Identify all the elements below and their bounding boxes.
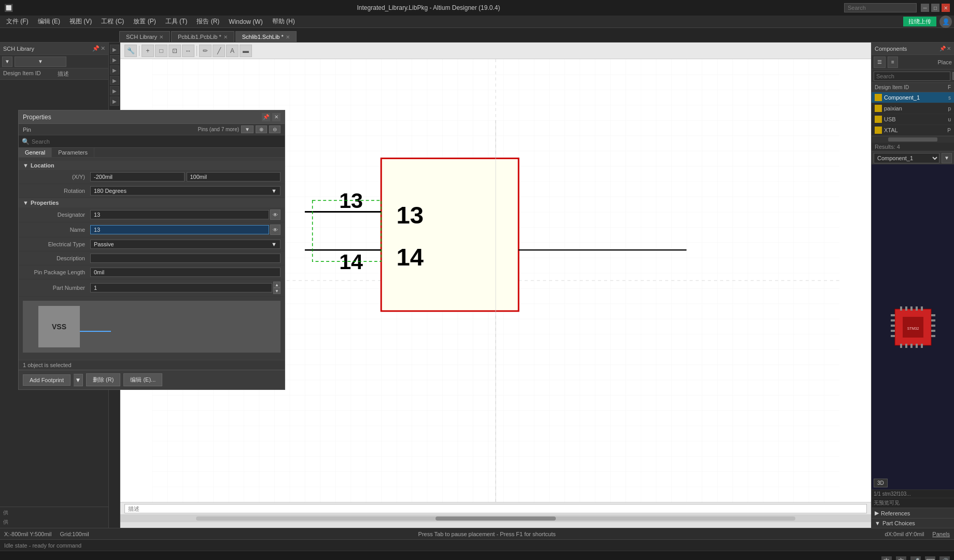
component-expand-btn[interactable]: ▼ [942, 153, 952, 163]
components-filter-btn[interactable]: ☰ [874, 57, 886, 68]
x-input[interactable] [90, 172, 185, 181]
component-item-0[interactable]: Component_1 s [872, 92, 954, 103]
tab-sch-library-close[interactable]: ✕ [159, 34, 163, 40]
filter-button[interactable]: ▼ [241, 125, 254, 133]
components-search-input[interactable] [874, 72, 950, 81]
minimize-button[interactable]: ─ [921, 4, 929, 12]
menu-edit[interactable]: 编辑 (E) [34, 16, 64, 27]
add-footprint-button[interactable]: Add Footprint [23, 374, 71, 386]
canvas-tool-region[interactable]: ⊡ [169, 45, 181, 57]
part-number-up-btn[interactable]: ▲ [273, 282, 280, 288]
components-close-btn[interactable]: ✕ [947, 46, 951, 51]
maximize-button[interactable]: □ [931, 4, 939, 12]
tray-icon-2[interactable]: 文 [896, 556, 906, 561]
filter-btn-2[interactable]: ⊕ [256, 125, 267, 133]
canvas-tool-rect[interactable]: □ [155, 45, 167, 57]
menu-window[interactable]: Window (W) [225, 17, 266, 26]
library-add-btn[interactable]: ▼ [2, 57, 12, 67]
y-input[interactable] [187, 172, 281, 181]
preview-text: 1/1 stm32f103... [872, 489, 954, 498]
canvas-tool-move[interactable]: ↔ [182, 45, 194, 57]
canvas-tool-component[interactable]: ▬ [240, 45, 252, 57]
tray-icon-5[interactable]: 🔊 [939, 556, 950, 561]
edge-btn-4[interactable]: ▶ [110, 76, 119, 85]
filter-btn-3[interactable]: ⊖ [269, 125, 280, 133]
designator-icon-btn[interactable]: 👁 [270, 209, 280, 220]
canvas-tool-filter[interactable]: 🔧 [124, 45, 137, 57]
canvas-tool-line[interactable]: ╱ [213, 45, 225, 57]
menu-file[interactable]: 文件 (F) [2, 16, 33, 27]
close-button[interactable]: ✕ [942, 4, 950, 12]
edge-btn-6[interactable]: ▶ [110, 96, 119, 106]
designator-input[interactable] [90, 210, 269, 219]
edge-btn-3[interactable]: ▶ [110, 65, 119, 75]
canvas-tool-text[interactable]: A [226, 45, 238, 57]
canvas-tool-add[interactable]: + [142, 45, 154, 57]
tab-schlib-close[interactable]: ✕ [286, 34, 290, 40]
properties-close-btn[interactable]: ✕ [272, 113, 280, 121]
tab-general[interactable]: General [19, 148, 52, 157]
canvas-horizontal-scrollbar[interactable] [120, 515, 871, 522]
properties-tabs: General Parameters [19, 148, 285, 158]
canvas-tool-draw[interactable]: ✏ [199, 45, 212, 57]
panels-button[interactable]: Panels [932, 531, 950, 537]
tab-pcblib[interactable]: PcbLib1.PcbLib * ✕ [171, 31, 234, 42]
supply-item-1[interactable]: 供 [2, 508, 106, 517]
components-pin-btn[interactable]: 📌 [939, 46, 946, 51]
edit-footprint-button[interactable]: 编辑 (E)... [123, 373, 162, 386]
component-item-2[interactable]: USB u [872, 114, 954, 125]
component-item-1[interactable]: paixian p [872, 103, 954, 114]
part-choices-section[interactable]: ▼ Part Choices [872, 518, 954, 528]
global-search-input[interactable] [844, 3, 917, 12]
tab-parameters[interactable]: Parameters [52, 148, 94, 157]
components-scrollbar[interactable] [872, 136, 954, 142]
properties-search-input[interactable] [32, 138, 282, 145]
part-number-input[interactable] [90, 283, 272, 292]
properties-section-header[interactable]: ▼ Properties [19, 198, 285, 207]
component-item-3[interactable]: XTAL P [872, 125, 954, 136]
description-input-bar[interactable] [124, 504, 867, 513]
tray-icon-3[interactable]: 🎤 [910, 556, 921, 561]
edge-btn-5[interactable]: ▶ [110, 86, 119, 95]
description-input[interactable] [90, 254, 280, 263]
references-section[interactable]: ▶ References [872, 508, 954, 518]
components-view-btn[interactable]: ≡ [888, 57, 898, 68]
delete-footprint-button[interactable]: 删除 (R) [86, 373, 120, 386]
menu-view[interactable]: 视图 (V) [65, 16, 96, 27]
menu-reports[interactable]: 报告 (R) [192, 16, 223, 27]
tab-schlib[interactable]: Schlib1.SchLib * ✕ [235, 31, 297, 42]
toolbar-separator-1 [139, 46, 139, 56]
sch-library-pin-btn[interactable]: 📌 [92, 45, 100, 52]
tab-sch-library[interactable]: SCH Library ✕ [119, 31, 170, 42]
supply-item-2[interactable]: 供 [2, 517, 106, 527]
menu-place[interactable]: 放置 (P) [129, 16, 160, 27]
add-footprint-dropdown[interactable]: ▼ [74, 374, 83, 386]
library-expand-btn[interactable]: ▼ [15, 57, 66, 67]
component-select-dropdown[interactable]: Component_1 [874, 153, 939, 163]
description-label: Description [23, 255, 90, 261]
pin-package-input[interactable] [90, 268, 280, 277]
tray-icon-4[interactable]: ⌨ [925, 556, 935, 561]
designator-row: Designator 👁 [19, 207, 285, 222]
part-number-down-btn[interactable]: ▼ [273, 288, 280, 294]
tab-pcblib-close[interactable]: ✕ [223, 34, 228, 40]
scrollbar-thumb[interactable] [436, 516, 555, 521]
preview-3d-button[interactable]: 3D [874, 479, 888, 487]
user-avatar[interactable]: 👤 [939, 16, 952, 28]
tray-icon-1[interactable]: 中 [881, 556, 892, 561]
electrical-type-select[interactable]: Passive ▼ [90, 240, 280, 249]
menu-tools[interactable]: 工具 (T) [161, 16, 192, 27]
properties-pin-btn[interactable]: 📌 [262, 113, 270, 121]
location-section-header[interactable]: ▼ Location [19, 161, 285, 170]
name-input[interactable] [90, 225, 269, 234]
rotation-select[interactable]: 180 Degrees ▼ [90, 186, 280, 195]
menu-help[interactable]: 帮助 (H) [268, 16, 299, 27]
cloud-upload-button[interactable]: 拉绕上传 [903, 17, 936, 26]
part-choices-label: Part Choices [882, 520, 915, 526]
menu-project[interactable]: 工程 (C) [97, 16, 128, 27]
edge-btn-1[interactable]: ▶ [110, 45, 119, 54]
sch-library-close-btn[interactable]: ✕ [101, 45, 105, 52]
scrollbar-thumb-h[interactable] [888, 137, 937, 142]
name-icon-btn[interactable]: 👁 [270, 225, 280, 235]
edge-btn-2[interactable]: ▶ [110, 55, 119, 64]
